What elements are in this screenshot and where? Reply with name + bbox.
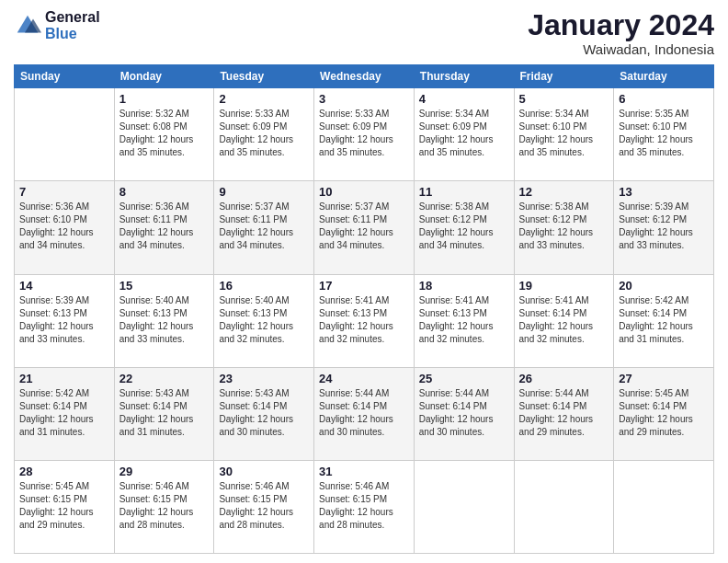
header-row: SundayMondayTuesdayWednesdayThursdayFrid… [15,65,714,88]
day-cell: 18Sunrise: 5:41 AMSunset: 6:13 PMDayligh… [414,274,514,367]
day-number: 24 [319,372,409,385]
day-number: 10 [319,185,409,199]
logo-text: General Blue [45,9,100,41]
header: General Blue January 2024 Waiwadan, Indo… [14,9,714,57]
day-cell: 16Sunrise: 5:40 AMSunset: 6:13 PMDayligh… [214,274,314,367]
logo: General Blue [14,9,100,41]
logo-blue: Blue [45,26,100,42]
day-number: 9 [219,185,309,199]
day-cell: 26Sunrise: 5:44 AMSunset: 6:14 PMDayligh… [514,367,614,460]
day-number: 4 [419,92,509,106]
day-number: 16 [219,279,309,293]
day-cell: 7Sunrise: 5:36 AMSunset: 6:10 PMDaylight… [15,181,115,274]
day-cell: 21Sunrise: 5:42 AMSunset: 6:14 PMDayligh… [15,367,115,460]
col-header-saturday: Saturday [614,65,714,88]
day-cell: 29Sunrise: 5:46 AMSunset: 6:15 PMDayligh… [114,460,214,553]
day-info: Sunrise: 5:43 AMSunset: 6:14 PMDaylight:… [119,387,210,439]
day-number: 18 [419,279,509,293]
calendar-table: SundayMondayTuesdayWednesdayThursdayFrid… [14,64,714,554]
day-info: Sunrise: 5:42 AMSunset: 6:14 PMDaylight:… [19,387,109,439]
day-number: 28 [19,465,109,478]
day-number: 17 [319,279,409,293]
day-info: Sunrise: 5:37 AMSunset: 6:11 PMDaylight:… [319,201,409,252]
day-info: Sunrise: 5:40 AMSunset: 6:13 PMDaylight:… [219,294,309,346]
day-cell: 22Sunrise: 5:43 AMSunset: 6:14 PMDayligh… [114,367,214,460]
day-number: 30 [219,465,309,478]
day-number: 26 [519,372,609,385]
calendar-page: General Blue January 2024 Waiwadan, Indo… [0,0,728,563]
day-number: 1 [119,92,210,106]
day-cell: 4Sunrise: 5:34 AMSunset: 6:09 PMDaylight… [414,88,514,181]
day-number: 6 [619,92,709,106]
day-cell: 2Sunrise: 5:33 AMSunset: 6:09 PMDaylight… [214,88,314,181]
day-cell: 27Sunrise: 5:45 AMSunset: 6:14 PMDayligh… [614,367,714,460]
day-cell [514,460,614,553]
day-info: Sunrise: 5:41 AMSunset: 6:13 PMDaylight:… [319,294,409,346]
day-cell: 1Sunrise: 5:32 AMSunset: 6:08 PMDaylight… [114,88,214,181]
week-row-4: 21Sunrise: 5:42 AMSunset: 6:14 PMDayligh… [15,367,714,460]
day-info: Sunrise: 5:41 AMSunset: 6:14 PMDaylight:… [519,294,609,346]
day-info: Sunrise: 5:34 AMSunset: 6:10 PMDaylight:… [519,108,609,159]
day-cell: 30Sunrise: 5:46 AMSunset: 6:15 PMDayligh… [214,460,314,553]
title-block: January 2024 Waiwadan, Indonesia [528,9,714,57]
day-info: Sunrise: 5:33 AMSunset: 6:09 PMDaylight:… [219,108,309,159]
day-cell: 17Sunrise: 5:41 AMSunset: 6:13 PMDayligh… [314,274,415,367]
logo-general: General [45,9,100,26]
day-cell: 15Sunrise: 5:40 AMSunset: 6:13 PMDayligh… [114,274,214,367]
day-info: Sunrise: 5:45 AMSunset: 6:14 PMDaylight:… [619,387,709,439]
day-number: 12 [519,185,609,199]
month-title: January 2024 [528,9,714,41]
day-info: Sunrise: 5:42 AMSunset: 6:14 PMDaylight:… [619,294,709,346]
day-number: 20 [619,279,709,293]
col-header-wednesday: Wednesday [314,65,415,88]
day-cell: 3Sunrise: 5:33 AMSunset: 6:09 PMDaylight… [314,88,415,181]
col-header-sunday: Sunday [15,65,115,88]
day-cell: 24Sunrise: 5:44 AMSunset: 6:14 PMDayligh… [314,367,415,460]
day-number: 27 [619,372,709,385]
day-cell [614,460,714,553]
day-cell: 13Sunrise: 5:39 AMSunset: 6:12 PMDayligh… [614,181,714,274]
day-cell: 25Sunrise: 5:44 AMSunset: 6:14 PMDayligh… [414,367,514,460]
day-cell: 20Sunrise: 5:42 AMSunset: 6:14 PMDayligh… [614,274,714,367]
day-info: Sunrise: 5:40 AMSunset: 6:13 PMDaylight:… [119,294,210,346]
day-info: Sunrise: 5:35 AMSunset: 6:10 PMDaylight:… [619,108,709,159]
day-info: Sunrise: 5:44 AMSunset: 6:14 PMDaylight:… [519,387,609,439]
week-row-1: 1Sunrise: 5:32 AMSunset: 6:08 PMDaylight… [15,88,714,181]
day-info: Sunrise: 5:45 AMSunset: 6:15 PMDaylight:… [19,480,109,532]
day-number: 25 [419,372,509,385]
day-info: Sunrise: 5:46 AMSunset: 6:15 PMDaylight:… [219,480,309,532]
day-number: 3 [319,92,409,106]
day-info: Sunrise: 5:41 AMSunset: 6:13 PMDaylight:… [419,294,509,346]
day-info: Sunrise: 5:46 AMSunset: 6:15 PMDaylight:… [119,480,210,532]
day-cell [15,88,115,181]
week-row-5: 28Sunrise: 5:45 AMSunset: 6:15 PMDayligh… [15,460,714,553]
day-number: 29 [119,465,210,478]
day-number: 5 [519,92,609,106]
day-cell: 19Sunrise: 5:41 AMSunset: 6:14 PMDayligh… [514,274,614,367]
day-number: 13 [619,185,709,199]
day-number: 2 [219,92,309,106]
day-info: Sunrise: 5:46 AMSunset: 6:15 PMDaylight:… [319,480,409,532]
col-header-thursday: Thursday [414,65,514,88]
day-info: Sunrise: 5:44 AMSunset: 6:14 PMDaylight:… [319,387,409,439]
day-cell: 5Sunrise: 5:34 AMSunset: 6:10 PMDaylight… [514,88,614,181]
day-cell: 28Sunrise: 5:45 AMSunset: 6:15 PMDayligh… [15,460,115,553]
day-info: Sunrise: 5:43 AMSunset: 6:14 PMDaylight:… [219,387,309,439]
day-number: 7 [19,185,109,199]
day-info: Sunrise: 5:44 AMSunset: 6:14 PMDaylight:… [419,387,509,439]
day-info: Sunrise: 5:38 AMSunset: 6:12 PMDaylight:… [519,201,609,252]
day-number: 11 [419,185,509,199]
day-cell: 12Sunrise: 5:38 AMSunset: 6:12 PMDayligh… [514,181,614,274]
day-number: 22 [119,372,210,385]
day-cell: 14Sunrise: 5:39 AMSunset: 6:13 PMDayligh… [15,274,115,367]
day-number: 31 [319,465,409,478]
day-info: Sunrise: 5:34 AMSunset: 6:09 PMDaylight:… [419,108,509,159]
day-info: Sunrise: 5:37 AMSunset: 6:11 PMDaylight:… [219,201,309,252]
day-number: 14 [19,279,109,293]
location: Waiwadan, Indonesia [528,41,714,57]
day-number: 21 [19,372,109,385]
week-row-2: 7Sunrise: 5:36 AMSunset: 6:10 PMDaylight… [15,181,714,274]
day-cell: 9Sunrise: 5:37 AMSunset: 6:11 PMDaylight… [214,181,314,274]
day-info: Sunrise: 5:39 AMSunset: 6:13 PMDaylight:… [19,294,109,346]
day-cell: 23Sunrise: 5:43 AMSunset: 6:14 PMDayligh… [214,367,314,460]
